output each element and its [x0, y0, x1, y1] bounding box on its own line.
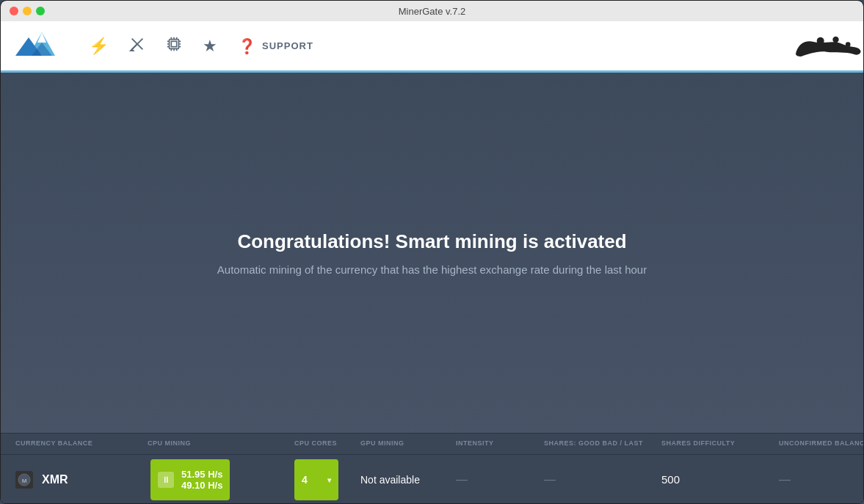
table-row: M XMR ⏸ 51.95 H/s 49.10 H/s — [1, 455, 863, 504]
minimize-button[interactable] — [23, 7, 32, 15]
currency-icon-xmr: M — [15, 471, 33, 489]
shares-cell: — — [544, 473, 661, 486]
main-content: Congratulations! Smart mining is activat… — [1, 73, 863, 504]
th-shares: SHARES: GOOD BAD / LAST — [544, 439, 661, 448]
window-controls[interactable] — [10, 7, 45, 15]
unconfirmed-value: — — [779, 473, 791, 486]
svg-point-23 — [846, 42, 851, 47]
star-icon[interactable]: ★ — [203, 37, 217, 56]
unconfirmed-cell: — — [779, 473, 864, 486]
nav-bar: ⚡ — [1, 21, 863, 73]
th-unconfirmed: UNCONFIRMED BALANCE — [779, 439, 864, 448]
help-circle-icon: ❓ — [238, 37, 256, 55]
gpu-mining-value: Not available — [360, 474, 420, 486]
hero-title: Congratulations! Smart mining is activat… — [237, 230, 626, 253]
hash-rate-2: 49.10 H/s — [181, 480, 222, 491]
support-nav-item[interactable]: ❓ SUPPORT — [238, 37, 313, 55]
cores-dropdown[interactable]: 4 ▾ — [294, 459, 338, 500]
th-currency-balance: CURRENCY BALANCE — [15, 439, 148, 448]
lightning-icon[interactable]: ⚡ — [89, 37, 109, 56]
hero-subtitle: Automatic mining of the currency that ha… — [217, 263, 647, 276]
intensity-cell: — — [456, 473, 544, 486]
tools-icon[interactable] — [129, 36, 145, 56]
maximize-button[interactable] — [36, 7, 45, 15]
difficulty-cell: 500 — [661, 473, 779, 486]
cpu-mining-cell: ⏸ 51.95 H/s 49.10 H/s — [150, 459, 230, 500]
user-avatar[interactable] — [790, 34, 849, 58]
chevron-down-icon: ▾ — [327, 476, 331, 484]
gpu-mining-cell: Not available — [360, 473, 456, 486]
currency-cell: M XMR — [15, 471, 148, 489]
hash-rate-1: 51.95 H/s — [181, 469, 222, 480]
svg-line-6 — [132, 44, 137, 49]
nav-icons: ⚡ — [89, 36, 313, 56]
svg-point-21 — [817, 37, 824, 44]
window-title: MinerGate v.7.2 — [399, 6, 466, 17]
intensity-value: — — [456, 473, 468, 486]
svg-marker-3 — [37, 32, 46, 43]
svg-text:M: M — [22, 478, 27, 484]
cores-value: 4 — [302, 474, 308, 486]
table-header: CURRENCY BALANCE CPU MINING CPU CORES GP… — [1, 434, 863, 455]
mining-table: CURRENCY BALANCE CPU MINING CPU CORES GP… — [1, 433, 863, 504]
support-label: SUPPORT — [262, 40, 313, 51]
th-cpu-cores: CPU CORES — [294, 439, 360, 448]
pause-button[interactable]: ⏸ — [158, 472, 174, 488]
title-bar: MinerGate v.7.2 — [1, 1, 863, 21]
hero-section: Congratulations! Smart mining is activat… — [1, 73, 863, 433]
hash-rates: 51.95 H/s 49.10 H/s — [181, 469, 222, 491]
shares-value: — — [544, 473, 556, 486]
svg-rect-8 — [171, 41, 176, 46]
cpu-mining-cell-wrapper: ⏸ 51.95 H/s 49.10 H/s — [148, 459, 294, 500]
pause-icon: ⏸ — [161, 475, 170, 485]
th-intensity: INTENSITY — [456, 439, 544, 448]
cpu-cores-cell: 4 ▾ — [294, 459, 360, 500]
th-difficulty: SHARES DIFFICULTY — [661, 439, 779, 448]
difficulty-value: 500 — [661, 473, 680, 486]
app-logo[interactable] — [15, 26, 59, 66]
cpu-icon[interactable] — [166, 36, 182, 56]
close-button[interactable] — [10, 7, 18, 15]
th-cpu-mining: CPU MINING — [148, 439, 294, 448]
currency-name-xmr: XMR — [42, 473, 68, 486]
svg-point-22 — [832, 36, 838, 42]
th-gpu-mining: GPU MINING — [360, 439, 456, 448]
